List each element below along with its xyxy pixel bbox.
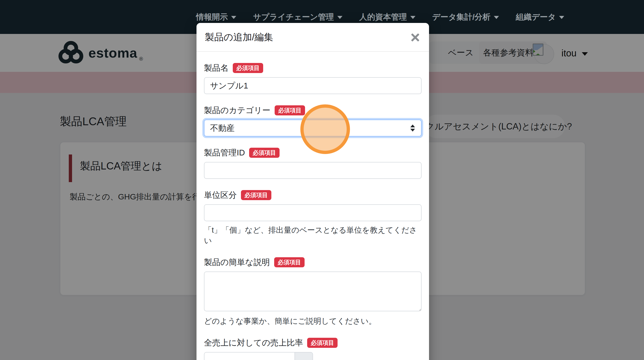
- required-badge: 必須項目: [233, 63, 263, 73]
- field-product-name: 製品名 必須項目: [204, 63, 422, 94]
- nav-item-disclosure[interactable]: 情報開示: [196, 12, 236, 23]
- required-badge: 必須項目: [249, 148, 280, 158]
- field-label: 全売上に対しての売上比率: [204, 337, 303, 348]
- modal-title: 製品の追加/編集: [205, 31, 273, 44]
- chevron-down-icon: [337, 16, 342, 19]
- unit-helper-text: 「t」「個」など、排出量のベースとなる単位を教えてください: [204, 225, 422, 246]
- nav-item-human-capital[interactable]: 人的資本管理: [359, 12, 416, 23]
- field-description: 製品の簡単な説明 必須項目 どのような事業か、簡単にご説明してください。: [204, 257, 422, 326]
- required-badge: 必須項目: [275, 105, 305, 115]
- nav-item-supply-chain[interactable]: サプライチェーン管理: [253, 12, 342, 23]
- field-label: 製品の簡単な説明: [204, 257, 270, 268]
- product-name-input[interactable]: [204, 77, 422, 94]
- field-label: 製品名: [204, 63, 228, 74]
- product-edit-modal: 製品の追加/編集 製品名 必須項目 製品のカテゴリー 必須項目 不動産: [196, 23, 429, 360]
- chevron-down-icon: [559, 16, 564, 19]
- close-icon[interactable]: [410, 32, 420, 43]
- category-select[interactable]: 不動産: [204, 120, 422, 136]
- nav-item-label: 人的資本管理: [359, 12, 407, 23]
- nav-item-label: サプライチェーン管理: [253, 12, 334, 23]
- chevron-down-icon: [410, 16, 416, 19]
- sales-ratio-input[interactable]: [204, 352, 295, 360]
- modal-body: 製品名 必須項目 製品のカテゴリー 必須項目 不動産 製品管理ID 必須: [196, 52, 429, 360]
- field-sales-ratio: 全売上に対しての売上比率 必須項目 % 売上比率を入力することで、気候変動により…: [204, 337, 422, 360]
- nav-item-org-data[interactable]: 組織データ: [516, 12, 564, 23]
- screen: estoma ® ベース 各種参考資料 itou 製品LCA管理 クルアセスメン…: [0, 0, 644, 360]
- unit-input[interactable]: [204, 204, 422, 221]
- management-id-input[interactable]: [204, 162, 422, 179]
- nav-item-data-analysis[interactable]: データ集計/分析: [432, 12, 499, 23]
- field-label: 製品のカテゴリー: [204, 105, 270, 116]
- required-badge: 必須項目: [274, 257, 304, 267]
- nav-item-label: 情報開示: [196, 12, 228, 23]
- field-label: 単位区分: [204, 190, 237, 201]
- description-textarea[interactable]: [204, 271, 422, 311]
- category-selected-value: 不動産: [210, 123, 235, 134]
- chevron-down-icon: [231, 16, 236, 19]
- select-arrows-icon: [410, 125, 415, 132]
- field-label: 製品管理ID: [204, 147, 245, 158]
- required-badge: 必須項目: [307, 338, 338, 348]
- nav-item-label: データ集計/分析: [432, 12, 490, 23]
- modal-header: 製品の追加/編集: [196, 23, 429, 52]
- field-category: 製品のカテゴリー 必須項目 不動産: [204, 105, 422, 136]
- field-management-id: 製品管理ID 必須項目: [204, 147, 422, 179]
- description-helper-text: どのような事業か、簡単にご説明してください。: [204, 316, 422, 326]
- percent-addon: %: [295, 352, 313, 360]
- nav-item-label: 組織データ: [516, 12, 556, 23]
- required-badge: 必須項目: [241, 190, 271, 200]
- chevron-down-icon: [494, 16, 499, 19]
- field-unit: 単位区分 必須項目 「t」「個」など、排出量のベースとなる単位を教えてください: [204, 190, 422, 246]
